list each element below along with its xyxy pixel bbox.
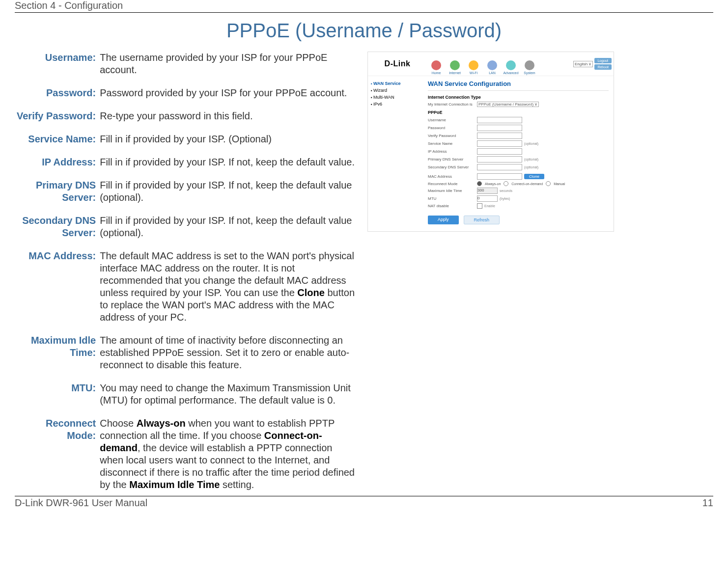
nav-internet[interactable]: Internet [446,52,464,76]
reboot-button[interactable]: Reboot [594,64,612,70]
value-service: Fill in if provided by your ISP. (Option… [98,133,359,145]
label-username: Username: [15,52,98,76]
value-sdns: Fill in if provided by your ISP. If not,… [98,215,359,239]
router-logo: D-Link [368,52,427,76]
r-mac-input[interactable] [477,173,522,180]
side-multiwan[interactable]: Multi-WAN [371,94,420,101]
logout-button[interactable]: Logout [594,58,612,63]
r-svc-input[interactable] [477,140,522,147]
label-pdns: Primary DNS Server: [15,179,98,204]
rec-b1: Always-on [137,418,186,429]
value-pdns: Fill in if provided by your ISP. If not,… [98,179,359,204]
label-mac: MAC Address: [15,250,98,324]
label-service: Service Name: [15,133,98,145]
value-reconnect: Choose Always-on when you want to establ… [98,417,359,491]
r-mtu-lbl: MTU [428,196,477,201]
r-nat-lbl: NAT disable [428,204,477,208]
r-reconn-lbl: Reconnect Mode [428,182,477,186]
nav-wifi[interactable]: Wi-Fi [464,52,483,76]
r-pdns-hint: (optional) [524,158,538,161]
r-idle-hint: seconds [500,189,512,192]
r-sdns-hint: (optional) [524,165,538,169]
radio-always-lbl: Always-on [485,182,501,186]
side-ipv6[interactable]: IPv6 [371,101,420,108]
r-pass-lbl: Password [428,126,477,130]
label-ip: IP Address: [15,156,98,168]
label-mtu: MTU: [15,382,98,407]
sec-pppoe: PPPoE [428,110,609,115]
apply-button[interactable]: Apply [428,216,459,224]
label-password: Password: [15,87,98,99]
refresh-button[interactable]: Refresh [464,216,500,224]
nav-home[interactable]: Home [427,52,446,76]
panel-title: WAN Service Configuration [428,80,609,91]
definition-table: Username: The username provided by your … [15,52,359,491]
r-user-lbl: Username [428,118,477,122]
section-header: Section 4 - Configuration [15,0,713,12]
rec-p4: setting. [220,479,254,490]
r-ip-lbl: IP Address [428,149,477,154]
value-username: The username provided by your ISP for yo… [98,52,359,76]
nav-system[interactable]: System [520,52,539,76]
label-sdns: Secondary DNS Server: [15,215,98,239]
value-ip: Fill in if provided by your ISP. If not,… [98,156,359,168]
value-idle: The amount of time of inactivity before … [98,334,359,371]
clone-button[interactable]: Clone [524,174,544,179]
r-user-input[interactable] [477,117,522,123]
footer-manual: D-Link DWR-961 User Manual [15,497,147,509]
radio-manual[interactable] [546,181,551,186]
conn-select[interactable]: PPPoE (Username / Password) ∨ [477,102,539,107]
r-sdns-lbl: Secondary DNS Server [428,165,477,169]
value-mac: The default MAC address is set to the WA… [98,250,359,324]
rec-b3: Maximum Idle Time [129,479,220,490]
r-idle-input[interactable]: 300 [477,188,498,194]
radio-demand[interactable] [504,181,508,186]
r-nat-checkbox[interactable] [477,203,482,209]
r-pass-input[interactable] [477,125,522,131]
r-ip-input[interactable] [477,148,522,155]
value-password: Password provided by your ISP for your P… [98,87,359,99]
conn-label: My Internet Connection is [428,102,477,107]
side-wizard[interactable]: Wizard [371,87,420,94]
radio-demand-lbl: Connect-on-demand [511,182,543,186]
r-verify-input[interactable] [477,133,522,139]
radio-manual-lbl: Manual [554,182,565,186]
sec-conn-type: Internet Connection Type [428,95,609,100]
value-mtu: You may need to change the Maximum Trans… [98,382,359,407]
r-svc-hint: (optional) [524,142,538,145]
router-screenshot: D-Link Home Internet Wi-Fi LAN Advanced … [367,52,614,232]
label-idle: Maximum Idle Time: [15,334,98,371]
r-mtu-hint: (bytes) [500,197,510,200]
r-pdns-input[interactable] [477,156,522,163]
r-pdns-lbl: Primary DNS Server [428,157,477,162]
r-svc-lbl: Service Name [428,141,477,146]
page-title: PPPoE (Username / Password) [15,20,713,42]
value-verify: Re-type your password in this field. [98,110,359,122]
r-idle-lbl: Maximum Idle Time [428,189,477,193]
r-mtu-input[interactable]: 0 [477,195,498,202]
r-mac-lbl: MAC Address [428,174,477,179]
label-verify: Verify Password: [15,110,98,122]
r-verify-lbl: Verify Password [428,134,477,138]
r-nat-hint: Enable [484,204,495,208]
nav-lan[interactable]: LAN [483,52,502,76]
r-sdns-input[interactable] [477,164,522,170]
rec-p1: Choose [100,418,137,429]
lang-select[interactable]: English ∨ [573,61,593,67]
side-wan[interactable]: WAN Service [371,80,420,87]
label-reconnect: Reconnect Mode: [15,417,98,491]
mac-bold: Clone [297,287,325,298]
nav-advanced[interactable]: Advanced [502,52,520,76]
radio-always[interactable] [477,181,482,186]
footer-page: 11 [702,497,713,509]
